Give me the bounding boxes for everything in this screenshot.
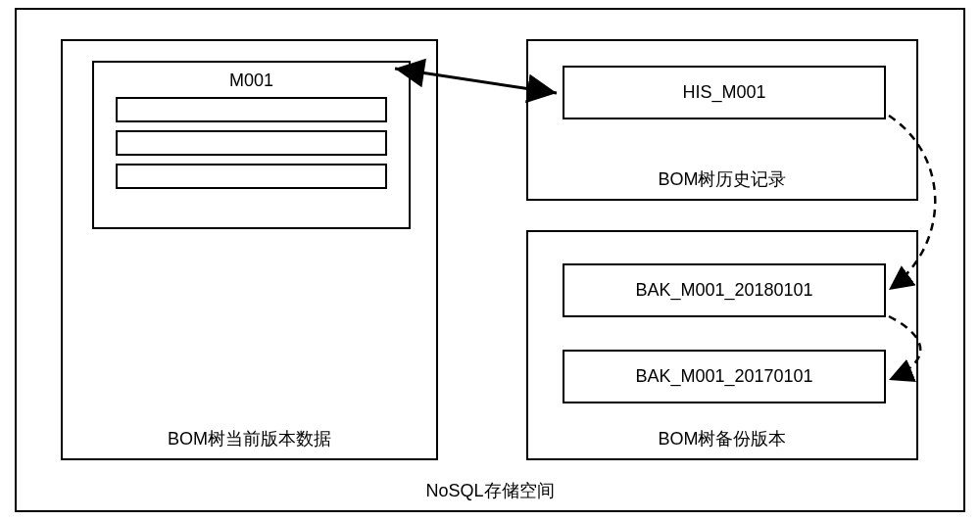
nosql-storage-container: NoSQL存储空间 BOM树当前版本数据 M001 BOM树历史记录 HIS_M… [15,8,965,512]
history-label: BOM树历史记录 [658,167,786,191]
m001-row [116,130,387,156]
nosql-storage-label: NoSQL存储空间 [425,479,554,502]
his-m001-label: HIS_M001 [682,82,765,103]
history-panel: BOM树历史记录 HIS_M001 [526,39,918,201]
bak-20170101-label: BAK_M001_20170101 [635,366,812,387]
backup-label: BOM树备份版本 [658,427,786,450]
bak-20180101-box: BAK_M001_20180101 [563,263,886,317]
m001-row [116,164,387,189]
current-version-label: BOM树当前版本数据 [168,427,331,450]
bak-20180101-label: BAK_M001_20180101 [635,280,812,301]
current-version-panel: BOM树当前版本数据 M001 [61,39,438,460]
m001-title: M001 [94,71,409,91]
m001-box: M001 [92,61,411,229]
bak-20170101-box: BAK_M001_20170101 [563,350,886,403]
his-m001-box: HIS_M001 [563,66,886,119]
m001-row [116,97,387,122]
backup-panel: BOM树备份版本 BAK_M001_20180101 BAK_M001_2017… [526,230,918,460]
